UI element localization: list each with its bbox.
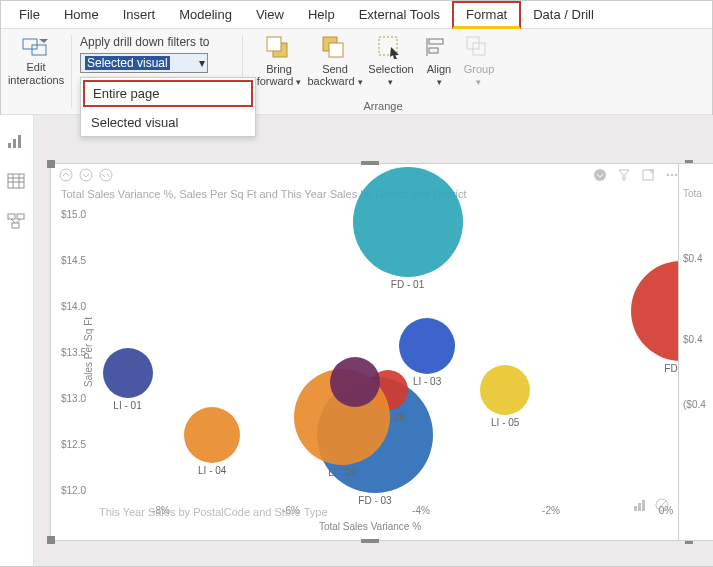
tab-modeling[interactable]: Modeling (167, 1, 244, 29)
data-point-label: LI - 05 (491, 417, 519, 428)
partial-visual[interactable]: Tota $0.4 $0.4 ($0.4 (678, 163, 713, 541)
data-point[interactable] (330, 357, 380, 407)
svg-rect-21 (17, 214, 24, 219)
drill-filters-dropdown: Entire page Selected visual (80, 77, 256, 137)
y-tick: $13.0 (61, 393, 86, 404)
visual-footer-icons (633, 498, 671, 514)
model-view-icon[interactable] (7, 213, 27, 231)
resize-handle[interactable] (47, 160, 55, 168)
svg-rect-14 (18, 135, 21, 148)
align-icon (425, 35, 453, 61)
svg-rect-34 (638, 503, 641, 511)
no-impact-icon[interactable] (655, 498, 671, 514)
svg-rect-22 (12, 223, 19, 228)
tab-data-drill[interactable]: Data / Drill (521, 1, 606, 29)
y-tick: $14.0 (61, 301, 86, 312)
resize-handle[interactable] (361, 161, 379, 165)
edit-interactions-label: Edit interactions (8, 61, 64, 87)
report-view-icon[interactable] (7, 133, 27, 151)
report-canvas[interactable]: Total Sales Variance %, Sales Per Sq Ft … (34, 115, 713, 566)
data-point-label: LI - 02 (328, 467, 356, 478)
svg-rect-13 (13, 139, 16, 148)
selection-icon (377, 35, 405, 61)
drill-filters-select[interactable]: Selected visual ▾ (80, 53, 208, 73)
data-point[interactable] (399, 318, 455, 374)
drill-filters-value: Selected visual (85, 56, 170, 70)
chevron-down-icon: ▾ (199, 56, 205, 70)
chart-mode-icon[interactable] (633, 498, 649, 514)
svg-rect-8 (429, 39, 443, 44)
tab-file[interactable]: File (7, 1, 52, 29)
svg-rect-5 (329, 43, 343, 57)
align-label: Align▾ (427, 63, 451, 88)
svg-rect-1 (32, 45, 46, 55)
svg-point-28 (594, 169, 606, 181)
svg-line-37 (658, 501, 666, 509)
tab-view[interactable]: View (244, 1, 296, 29)
edit-interactions-icon (22, 35, 50, 59)
svg-line-24 (17, 219, 20, 223)
group-button: Group▾ (459, 35, 499, 88)
arrange-group-label: Arrange (243, 100, 523, 112)
edit-interactions-button[interactable]: Edit interactions (9, 33, 63, 87)
tab-external-tools[interactable]: External Tools (347, 1, 452, 29)
view-rail (0, 115, 34, 566)
send-backward-button[interactable]: Send backward ▾ (307, 35, 363, 88)
data-view-icon[interactable] (7, 173, 27, 191)
data-point-label: FD - 01 (391, 279, 424, 290)
data-point-label: FD - 03 (358, 495, 391, 506)
drill-filters-label: Apply drill down filters to (80, 35, 209, 49)
x-tick: -2% (542, 505, 560, 516)
expand-all-icon[interactable] (99, 168, 115, 184)
tab-home[interactable]: Home (52, 1, 111, 29)
visual-header-left (59, 168, 115, 184)
tab-format[interactable]: Format (452, 1, 521, 29)
svg-rect-3 (267, 37, 281, 51)
resize-handle[interactable] (361, 539, 379, 543)
bring-forward-icon (265, 35, 293, 61)
group-label: Group▾ (464, 63, 495, 88)
filter-icon[interactable] (617, 168, 633, 184)
svg-point-27 (100, 169, 112, 181)
svg-point-26 (80, 169, 92, 181)
data-point[interactable] (480, 365, 530, 415)
data-point[interactable] (353, 167, 463, 277)
align-button[interactable]: Align▾ (419, 35, 459, 88)
data-point-label: LI - 03 (413, 376, 441, 387)
data-point-label: LI - 01 (113, 400, 141, 411)
svg-point-31 (671, 174, 673, 176)
bring-forward-button[interactable]: Bring forward ▾ (251, 35, 307, 88)
svg-rect-35 (642, 500, 645, 511)
data-point[interactable] (184, 407, 240, 463)
drill-up-icon[interactable] (59, 168, 75, 184)
send-backward-label: Send backward ▾ (307, 63, 362, 88)
group-drill-filters: Apply drill down filters to Selected vis… (72, 29, 242, 114)
svg-point-30 (667, 174, 669, 176)
group-arrange: Bring forward ▾ Send backward ▾ Selectio… (243, 29, 523, 114)
drill-mode-icon[interactable] (593, 168, 609, 184)
svg-point-25 (60, 169, 72, 181)
svg-rect-15 (8, 174, 24, 188)
send-backward-icon (321, 35, 349, 61)
partial-value: ($0.4 (679, 399, 713, 410)
bring-forward-label: Bring forward ▾ (257, 63, 302, 88)
y-tick: $12.0 (61, 485, 86, 496)
tab-help[interactable]: Help (296, 1, 347, 29)
drill-down-icon[interactable] (79, 168, 95, 184)
svg-point-32 (675, 174, 677, 176)
svg-line-23 (11, 219, 15, 223)
data-point-label: LI - 04 (198, 465, 226, 476)
svg-rect-20 (8, 214, 15, 219)
drill-option-entire-page[interactable]: Entire page (83, 80, 253, 107)
drill-option-selected-visual[interactable]: Selected visual (81, 109, 255, 136)
y-tick: $15.0 (61, 209, 86, 220)
y-tick: $13.5 (61, 347, 86, 358)
svg-rect-12 (8, 143, 11, 148)
tab-insert[interactable]: Insert (111, 1, 168, 29)
scatter-chart-visual[interactable]: Total Sales Variance %, Sales Per Sq Ft … (50, 163, 690, 541)
focus-mode-icon[interactable] (641, 168, 657, 184)
data-point[interactable] (103, 348, 153, 398)
resize-handle[interactable] (47, 536, 55, 544)
group-icon (465, 35, 493, 61)
selection-button[interactable]: Selection▾ (363, 35, 419, 88)
